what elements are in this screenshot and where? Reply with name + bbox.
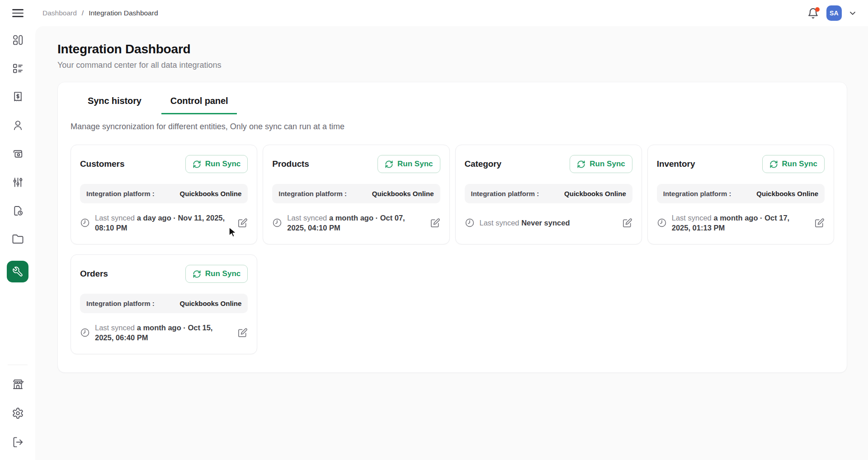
notification-badge xyxy=(815,7,820,12)
last-synced-row: Last synced Never synced xyxy=(465,212,632,233)
account-menu-button[interactable] xyxy=(848,9,857,18)
edit-icon xyxy=(237,218,248,228)
breadcrumb-dashboard-link[interactable]: Dashboard xyxy=(42,9,77,17)
sidebar-item-reports[interactable] xyxy=(12,205,24,217)
last-synced-row: Last synced a month ago · Oct 07, 2025, … xyxy=(272,212,440,233)
breadcrumb-separator: / xyxy=(82,9,84,17)
page-title: Integration Dashboard xyxy=(57,42,847,56)
sync-icon xyxy=(193,270,201,278)
main-column: Dashboard / Integration Dashboard SA xyxy=(35,0,868,460)
sliders-icon xyxy=(12,176,24,188)
sidebar-nav xyxy=(7,34,28,282)
sidebar-item-files[interactable] xyxy=(12,233,24,245)
cash-icon xyxy=(12,148,24,160)
integration-platform-row: Integration platform : Quickbooks Online xyxy=(272,184,440,203)
tab-description: Manage syncronization for different enti… xyxy=(71,122,834,131)
run-sync-button[interactable]: Run Sync xyxy=(570,155,632,173)
breadcrumb: Dashboard / Integration Dashboard xyxy=(42,9,158,17)
entity-card-products: Products Run Sync Integration platform :… xyxy=(263,145,449,244)
sidebar-item-customers[interactable] xyxy=(12,119,24,131)
entity-card-orders: Orders Run Sync Integration platform : Q… xyxy=(71,254,257,354)
sync-icon xyxy=(385,160,393,169)
sidebar-item-settings[interactable] xyxy=(12,407,24,419)
menu-toggle-button[interactable] xyxy=(12,0,24,26)
avatar[interactable]: SA xyxy=(826,5,842,21)
user-icon xyxy=(12,119,24,131)
sidebar-item-catalog[interactable] xyxy=(12,62,24,75)
edit-icon xyxy=(622,218,632,228)
topbar: Dashboard / Integration Dashboard SA xyxy=(35,0,868,26)
list-details-icon xyxy=(12,62,24,75)
edit-sync-button[interactable] xyxy=(237,328,248,338)
sync-icon xyxy=(769,160,778,169)
integration-platform-row: Integration platform : Quickbooks Online xyxy=(80,294,248,313)
platform-value: Quickbooks Online xyxy=(180,190,242,197)
sidebar-item-adjustments[interactable] xyxy=(12,176,24,188)
tab-bar: Sync history Control panel xyxy=(79,93,834,114)
sidebar-item-store[interactable] xyxy=(12,378,24,390)
edit-sync-button[interactable] xyxy=(622,218,632,228)
card-title: Category xyxy=(465,159,502,169)
entity-card-category: Category Run Sync Integration platform :… xyxy=(455,145,642,244)
clock-icon xyxy=(272,218,282,228)
platform-value: Quickbooks Online xyxy=(180,300,242,307)
last-synced-row: Last synced a month ago · Oct 17, 2025, … xyxy=(657,212,825,233)
run-sync-button[interactable]: Run Sync xyxy=(377,155,440,173)
clock-icon xyxy=(465,218,475,228)
chevron-down-icon xyxy=(848,9,857,18)
run-sync-button[interactable]: Run Sync xyxy=(762,155,825,173)
card-title: Orders xyxy=(80,269,108,279)
last-synced-row: Last synced a month ago · Oct 15, 2025, … xyxy=(80,322,248,343)
run-sync-button[interactable]: Run Sync xyxy=(185,155,248,173)
last-synced-text: Last synced a month ago · Oct 17, 2025, … xyxy=(672,213,809,233)
tab-sync-history[interactable]: Sync history xyxy=(79,93,151,114)
store-icon xyxy=(12,378,24,390)
sidebar-item-logout[interactable] xyxy=(12,436,24,448)
edit-sync-button[interactable] xyxy=(430,218,440,228)
edit-sync-button[interactable] xyxy=(237,218,248,228)
clock-icon xyxy=(657,218,667,228)
platform-label: Integration platform : xyxy=(663,190,731,197)
file-clock-icon xyxy=(12,205,24,217)
entity-cards-grid: Customers Run Sync Integration platform … xyxy=(71,145,834,354)
entity-card-inventory: Inventory Run Sync Integration platform … xyxy=(647,145,834,244)
sidebar-item-payments[interactable] xyxy=(12,148,24,160)
clock-icon xyxy=(80,328,90,338)
platform-label: Integration platform : xyxy=(86,300,155,307)
folder-icon xyxy=(12,233,24,245)
sidebar-item-dashboard[interactable] xyxy=(12,34,24,46)
topbar-actions: SA xyxy=(807,5,857,21)
breadcrumb-current: Integration Dashboard xyxy=(89,9,158,17)
logout-icon xyxy=(12,436,24,448)
edit-icon xyxy=(814,218,825,228)
last-synced-text: Last synced Never synced xyxy=(480,218,617,228)
hamburger-icon xyxy=(12,9,24,17)
receipt-icon xyxy=(12,91,24,103)
card-title: Products xyxy=(272,159,309,169)
last-synced-text: Last synced a day ago · Nov 11, 2025, 08… xyxy=(95,213,232,233)
wrench-icon xyxy=(12,266,24,277)
card-title: Customers xyxy=(80,159,124,169)
platform-value: Quickbooks Online xyxy=(564,190,626,197)
sync-icon xyxy=(193,160,201,169)
last-synced-text: Last synced a month ago · Oct 07, 2025, … xyxy=(287,213,425,233)
edit-icon xyxy=(430,218,440,228)
sidebar-item-invoices[interactable] xyxy=(12,91,24,103)
last-synced-text: Last synced a month ago · Oct 15, 2025, … xyxy=(95,323,232,343)
notifications-button[interactable] xyxy=(807,7,819,19)
integration-platform-row: Integration platform : Quickbooks Online xyxy=(465,184,632,203)
sidebar-item-integrations[interactable] xyxy=(7,261,28,282)
gear-icon xyxy=(12,407,24,419)
sidebar xyxy=(0,0,35,460)
entity-card-customers: Customers Run Sync Integration platform … xyxy=(71,145,257,244)
run-sync-button[interactable]: Run Sync xyxy=(185,265,248,283)
platform-value: Quickbooks Online xyxy=(372,190,434,197)
integration-platform-row: Integration platform : Quickbooks Online xyxy=(657,184,825,203)
sidebar-divider xyxy=(8,365,28,365)
tab-control-panel[interactable]: Control panel xyxy=(161,93,237,114)
edit-icon xyxy=(237,328,248,338)
edit-sync-button[interactable] xyxy=(814,218,825,228)
page-subtitle: Your command center for all data integra… xyxy=(57,61,847,70)
platform-value: Quickbooks Online xyxy=(756,190,818,197)
platform-label: Integration platform : xyxy=(471,190,539,197)
